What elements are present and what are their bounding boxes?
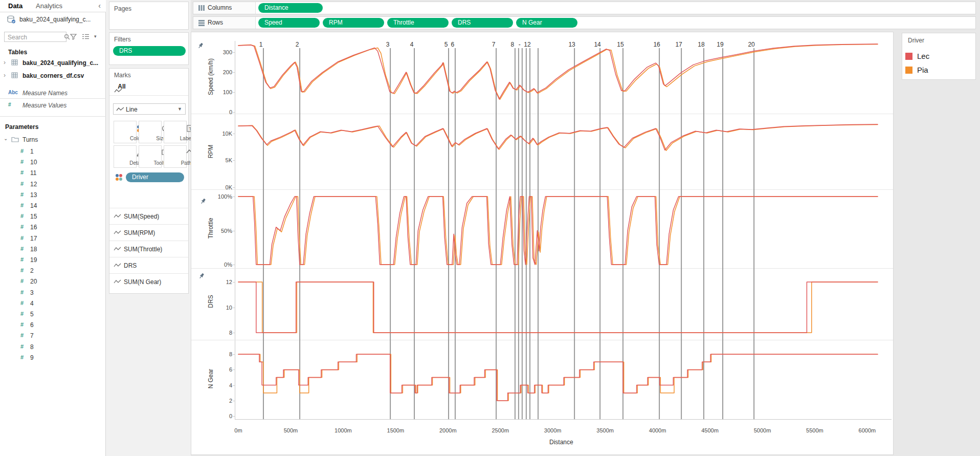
field-row[interactable]: AbcMeasure Names: [0, 88, 106, 99]
color-button[interactable]: Color: [114, 121, 137, 143]
x-tick-label: 1000m: [328, 427, 359, 433]
y-tick-label: 6: [206, 366, 232, 373]
mark-type-dropdown[interactable]: Line ▼: [113, 103, 186, 115]
series-lec[interactable]: [238, 197, 878, 265]
datasource-row[interactable]: baku_2024_qualifying_c...: [0, 14, 106, 26]
columns-pill[interactable]: Distance: [258, 3, 323, 13]
rows-pill[interactable]: DRS: [452, 18, 513, 28]
mark-field-row[interactable]: DRS: [109, 257, 188, 273]
parameter-item[interactable]: #8: [0, 342, 106, 353]
datasource-name: baku_2024_qualifying_c...: [19, 16, 91, 23]
series-lec[interactable]: [238, 282, 878, 333]
columns-shelf-label-cell: Columns: [193, 2, 256, 14]
hash-icon: #: [20, 202, 24, 208]
series-lec[interactable]: [238, 354, 878, 401]
y-tick-label: 0: [206, 412, 232, 420]
parameter-item[interactable]: #2: [0, 266, 106, 276]
marks-all-row[interactable]: All: [114, 83, 126, 90]
panel-n-gear: [235, 341, 891, 420]
table-row[interactable]: ›baku_corners_df.csv: [0, 71, 106, 81]
data-pane-tabs: Data Analytics ‹: [0, 0, 106, 12]
series-lec[interactable]: [238, 44, 878, 99]
parameter-item[interactable]: #3: [0, 288, 106, 298]
parameter-label: 16: [30, 224, 37, 231]
chevron-right-icon[interactable]: ›: [4, 72, 6, 79]
rows-shelf-label-cell: Rows: [193, 17, 256, 29]
mark-field-row[interactable]: SUM(Speed): [109, 208, 188, 224]
series-pia[interactable]: [238, 197, 878, 265]
parameter-item[interactable]: #15: [0, 211, 106, 222]
parameter-item[interactable]: #20: [0, 276, 106, 287]
view-options-caret-icon[interactable]: ▾: [94, 34, 97, 39]
legend-swatch: [905, 67, 912, 74]
parameter-item[interactable]: #1: [0, 146, 106, 157]
y-tick-label: 300: [206, 49, 232, 56]
hash-icon: #: [20, 289, 24, 295]
parameter-item[interactable]: #13: [0, 190, 106, 201]
search-row: Search ▾: [0, 32, 106, 43]
collapse-pane-icon[interactable]: ‹: [98, 2, 101, 10]
mark-field-row[interactable]: SUM(N Gear): [109, 273, 188, 290]
parameter-item[interactable]: #6: [0, 320, 106, 331]
x-tick-label: 2000m: [433, 427, 463, 433]
rows-pill[interactable]: N Gear: [516, 18, 577, 28]
search-input[interactable]: Search: [4, 32, 66, 42]
path-button[interactable]: Path: [164, 145, 187, 168]
caret-down-icon[interactable]: ▼: [177, 106, 182, 112]
series-pia[interactable]: [238, 354, 878, 401]
marks-card: Marks All Line ▼ Color Size T Label Deta…: [109, 68, 189, 294]
size-button[interactable]: Size: [139, 121, 162, 143]
x-tick-label: 2500m: [485, 427, 516, 433]
rows-pill[interactable]: Throttle: [387, 18, 449, 28]
y-tick-label: 2: [206, 397, 232, 404]
rows-pill[interactable]: RPM: [323, 18, 384, 28]
tooltip-button[interactable]: Tooltip: [139, 145, 162, 168]
parameters-folder-label: Turns: [23, 136, 38, 143]
mark-type-label: Line: [126, 106, 138, 113]
rows-pill[interactable]: Speed: [258, 18, 320, 28]
chevron-down-icon[interactable]: ⌄: [4, 136, 8, 141]
hash-icon: #: [20, 256, 24, 263]
legend-entry[interactable]: Pia: [905, 66, 972, 75]
series-pia[interactable]: [238, 44, 878, 99]
filter-pill[interactable]: DRS: [113, 46, 186, 56]
series-pia[interactable]: [238, 282, 878, 333]
columns-shelf: Columns Distance: [193, 2, 976, 14]
hash-icon: #: [20, 191, 24, 198]
chevron-right-icon[interactable]: ›: [4, 59, 6, 66]
parameter-item[interactable]: #5: [0, 309, 106, 320]
parameter-item[interactable]: #19: [0, 255, 106, 266]
driver-color-pill[interactable]: Driver: [126, 172, 184, 182]
parameter-item[interactable]: #9: [0, 353, 106, 363]
field-row[interactable]: #Measure Values: [0, 100, 106, 111]
detail-button[interactable]: Detail: [114, 145, 137, 168]
worksheet-chart-area[interactable]: 12345678-121314151617181920Speed (km/h)0…: [191, 32, 894, 455]
parameter-item[interactable]: #7: [0, 331, 106, 341]
parameters-folder-row[interactable]: ⌄ Turns: [0, 135, 106, 145]
hash-icon: #: [20, 159, 24, 165]
parameter-item[interactable]: #14: [0, 201, 106, 211]
parameter-item[interactable]: #11: [0, 168, 106, 179]
tab-analytics[interactable]: Analytics: [36, 2, 62, 10]
parameter-item[interactable]: #10: [0, 157, 106, 168]
tab-data[interactable]: Data: [8, 2, 23, 10]
parameter-item[interactable]: #16: [0, 222, 106, 233]
panel-speed: [235, 41, 891, 114]
series-lec[interactable]: [238, 124, 878, 150]
x-axis-title: Distance: [549, 439, 573, 446]
legend-title: Driver: [908, 37, 924, 44]
y-tick-label: 0%: [206, 261, 232, 268]
parameter-item[interactable]: #4: [0, 298, 106, 309]
series-pia[interactable]: [238, 124, 878, 150]
parameter-item[interactable]: #12: [0, 179, 106, 190]
table-row[interactable]: ›baku_2024_qualifying_c...: [0, 58, 106, 69]
parameter-item[interactable]: #17: [0, 233, 106, 244]
parameter-item[interactable]: #18: [0, 244, 106, 255]
hash-icon: #: [20, 213, 24, 219]
legend-entry[interactable]: Lec: [905, 52, 972, 61]
mark-field-row[interactable]: SUM(RPM): [109, 224, 188, 241]
parameter-label: 18: [30, 246, 37, 253]
mark-field-row[interactable]: SUM(Throttle): [109, 241, 188, 257]
label-button[interactable]: T Label: [164, 121, 187, 143]
y-tick-label: 8: [206, 329, 232, 336]
